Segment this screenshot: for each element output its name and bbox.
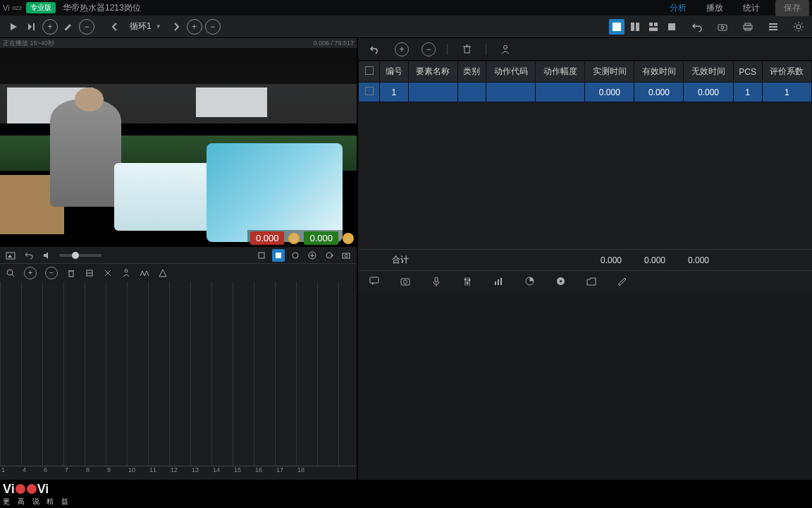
svg-point-53 <box>504 45 508 49</box>
col-header[interactable]: 动作幅度 <box>536 61 585 83</box>
col-header[interactable] <box>359 61 380 83</box>
layout-2-button[interactable] <box>627 19 643 35</box>
mic-icon[interactable] <box>429 274 444 289</box>
export-icon[interactable] <box>255 249 268 262</box>
col-header[interactable]: 无效时间 <box>684 61 733 83</box>
capture-icon[interactable] <box>340 249 352 262</box>
volume-slider[interactable] <box>59 254 102 257</box>
undo-frame-icon[interactable] <box>23 249 35 262</box>
checkbox[interactable] <box>365 66 374 75</box>
grid-trash-icon[interactable] <box>459 42 474 57</box>
edit-icon[interactable] <box>615 274 630 289</box>
trash-icon[interactable] <box>65 267 78 279</box>
warning-icon[interactable] <box>156 267 169 279</box>
tab-analysis[interactable]: 分析 <box>660 0 696 16</box>
search-icon[interactable] <box>4 267 17 279</box>
cell[interactable] <box>536 83 585 102</box>
svg-rect-30 <box>259 253 264 258</box>
svg-rect-65 <box>495 282 496 285</box>
svg-point-39 <box>345 254 347 257</box>
grid-remove-button[interactable]: − <box>422 42 436 56</box>
timeline-tick: 4 <box>21 466 42 480</box>
timeline-tick: 12 <box>169 466 190 480</box>
svg-point-57 <box>404 280 407 284</box>
grid-add-button[interactable]: + <box>395 42 409 56</box>
cell[interactable] <box>359 83 380 102</box>
checkbox[interactable] <box>365 87 374 95</box>
zoom-in-button[interactable]: + <box>187 19 202 35</box>
col-header[interactable]: 动作代码 <box>486 61 536 83</box>
next-cycle-button[interactable] <box>168 19 184 35</box>
tab-stats[interactable]: 统计 <box>733 0 770 16</box>
timeline-add-button[interactable]: + <box>24 267 37 279</box>
col-header[interactable]: 有效时间 <box>634 61 684 83</box>
volume-icon[interactable] <box>41 249 54 262</box>
cell[interactable]: 1 <box>380 83 409 102</box>
zoom-out-button[interactable]: − <box>205 19 221 35</box>
table-row[interactable]: 10.0000.0000.00011 <box>359 83 812 102</box>
folder-icon[interactable] <box>584 274 599 289</box>
comment-icon[interactable] <box>367 274 382 289</box>
add-circle-icon[interactable] <box>306 249 319 262</box>
overlay-timers: 0.000 ☹ 0.000 ☺ <box>247 230 357 246</box>
col-header[interactable]: 类别 <box>457 61 486 83</box>
record-icon[interactable] <box>289 249 302 262</box>
timeline[interactable]: 146789101112131415161718 <box>0 282 357 480</box>
col-header[interactable]: 要素名称 <box>408 61 457 83</box>
person-icon[interactable] <box>120 267 133 279</box>
svg-point-36 <box>326 253 332 258</box>
pie-chart-icon[interactable] <box>522 274 537 289</box>
layout-4-button[interactable] <box>664 19 679 35</box>
wave-icon[interactable] <box>138 267 151 279</box>
camera-icon[interactable] <box>715 19 730 35</box>
loop-icon[interactable] <box>323 249 336 262</box>
prev-cycle-button[interactable] <box>107 19 123 35</box>
photo-icon[interactable] <box>398 274 413 289</box>
video-viewport[interactable]: 0.000 ☹ 0.000 ☺ <box>0 48 357 246</box>
grid-undo-icon[interactable] <box>367 42 382 57</box>
remove-marker-button[interactable]: − <box>79 19 94 35</box>
gear-icon[interactable] <box>791 19 806 35</box>
add-marker-button[interactable]: + <box>42 19 58 35</box>
layout-1-button[interactable] <box>609 19 625 35</box>
cell[interactable]: 0.000 <box>634 83 684 102</box>
video-header-left: 正在播放 15~40秒 <box>3 39 54 48</box>
svg-point-18 <box>796 25 801 29</box>
timeline-tick: 11 <box>148 466 169 480</box>
cell[interactable] <box>408 83 457 102</box>
timeline-tick: 17 <box>275 466 296 480</box>
app-logo: Vi <box>3 4 10 12</box>
col-header[interactable]: PCS <box>733 61 762 83</box>
col-header[interactable]: 编号 <box>380 61 409 83</box>
cell[interactable]: 1 <box>762 83 811 102</box>
menu-icon[interactable] <box>765 19 781 35</box>
cell[interactable]: 1 <box>733 83 762 102</box>
layout-3-button[interactable] <box>646 19 661 35</box>
cell[interactable]: 0.000 <box>585 83 634 102</box>
cell[interactable] <box>457 83 486 102</box>
cell[interactable]: 0.000 <box>684 83 733 102</box>
disc-icon[interactable] <box>553 274 568 289</box>
timeline-remove-button[interactable]: − <box>45 267 58 279</box>
cell[interactable] <box>486 83 536 102</box>
record-mode-icon[interactable] <box>272 249 285 262</box>
col-header[interactable]: 评价系数 <box>762 61 811 83</box>
col-header[interactable]: 实测时间 <box>585 61 634 83</box>
cycle-dropdown[interactable]: 循环1 ▼ <box>130 20 161 32</box>
play-button[interactable] <box>6 19 21 35</box>
cut-icon[interactable] <box>102 267 114 279</box>
snapshot-icon[interactable] <box>4 249 17 262</box>
step-forward-button[interactable] <box>24 19 39 35</box>
collapse-icon[interactable] <box>83 267 96 279</box>
undo-button[interactable] <box>689 19 705 35</box>
svg-line-23 <box>795 23 796 25</box>
data-table: 编号要素名称类别动作代码动作幅度实测时间有效时间无效时间PCS评价系数 10.0… <box>358 61 812 249</box>
bar-chart-icon[interactable] <box>491 274 506 289</box>
eye-icon <box>16 484 25 494</box>
print-icon[interactable] <box>740 19 756 35</box>
save-button[interactable]: 保存 <box>775 0 809 16</box>
sliders-icon[interactable] <box>460 274 475 289</box>
pencil-button[interactable] <box>61 19 76 35</box>
tab-playback[interactable]: 播放 <box>696 0 733 16</box>
grid-person-icon[interactable] <box>498 42 513 57</box>
